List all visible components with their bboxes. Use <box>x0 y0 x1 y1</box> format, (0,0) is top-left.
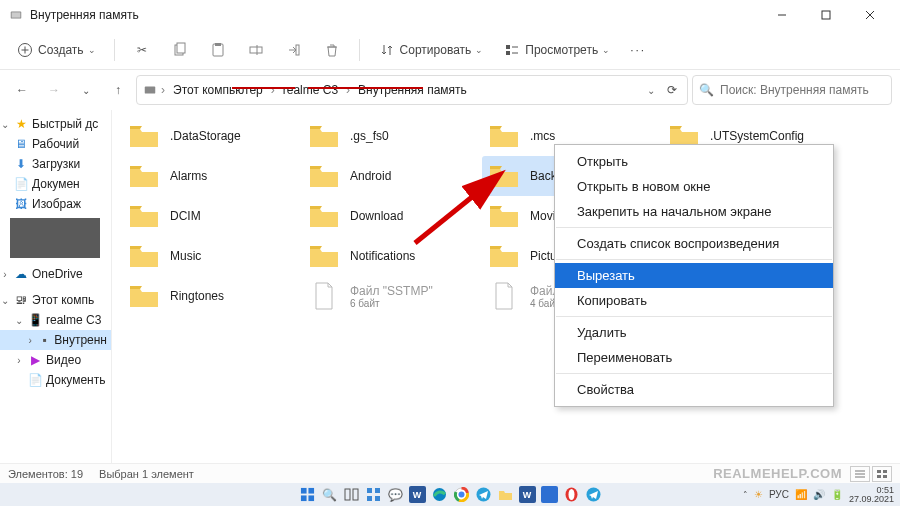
svg-rect-1 <box>12 12 21 17</box>
sidebar-item-downloads[interactable]: ⬇Загрузки <box>0 154 111 174</box>
details-view-button[interactable] <box>850 466 870 482</box>
cut-button[interactable]: ✂ <box>125 37 159 63</box>
refresh-icon[interactable]: ⟳ <box>663 83 681 97</box>
context-cut[interactable]: Вырезать <box>555 263 833 288</box>
back-button[interactable]: ← <box>8 76 36 104</box>
folder-item[interactable]: Ringtones <box>122 276 302 316</box>
maximize-button[interactable] <box>804 0 848 30</box>
watermark: REALMEHELP.COM <box>713 466 842 481</box>
sidebar-item-pictures[interactable]: 🖼Изображ <box>0 194 111 214</box>
volume-icon[interactable]: 🔊 <box>813 489 825 500</box>
video-icon: ▶ <box>28 353 42 367</box>
breadcrumb[interactable]: › Этот компьютер › realme C3 › Внутрення… <box>136 75 688 105</box>
task-view-icon[interactable] <box>343 486 360 503</box>
svg-rect-33 <box>345 489 350 500</box>
folder-item[interactable]: .gs_fs0 <box>302 116 482 156</box>
sidebar-label: Быстрый дс <box>32 117 98 131</box>
folder-item[interactable]: Music <box>122 236 302 276</box>
share-button[interactable] <box>277 37 311 63</box>
star-icon: ★ <box>14 117 28 131</box>
app-icon[interactable] <box>541 486 558 503</box>
thumbnail-preview <box>10 218 100 258</box>
search-box[interactable]: 🔍 <box>692 75 892 105</box>
tray-icon[interactable]: ☀ <box>754 489 763 500</box>
paste-button[interactable] <box>201 37 235 63</box>
item-count-label: Элементов: <box>8 468 68 480</box>
svg-rect-30 <box>308 488 314 494</box>
svg-rect-38 <box>375 496 380 501</box>
context-rename[interactable]: Переименовать <box>555 345 833 370</box>
svg-rect-34 <box>353 489 358 500</box>
chevron-right-icon: › <box>269 83 277 97</box>
trash-icon <box>323 41 341 59</box>
folder-item[interactable]: .DataStorage <box>122 116 302 156</box>
chevron-up-icon[interactable]: ˄ <box>743 490 748 500</box>
view-button[interactable]: Просмотреть ⌄ <box>495 37 618 63</box>
folder-item[interactable]: Download <box>302 196 482 236</box>
chrome-icon[interactable] <box>453 486 470 503</box>
sidebar-item-videos[interactable]: ›▶Видео <box>0 350 111 370</box>
folder-item[interactable]: DCIM <box>122 196 302 236</box>
chat-icon[interactable]: 💬 <box>387 486 404 503</box>
sidebar-item-documents[interactable]: 📄Докумен <box>0 174 111 194</box>
breadcrumb-segment[interactable]: realme C3 <box>279 81 342 99</box>
sidebar-item-documents2[interactable]: 📄Документь <box>0 370 111 390</box>
share-icon <box>285 41 303 59</box>
delete-button[interactable] <box>315 37 349 63</box>
explorer-icon[interactable] <box>497 486 514 503</box>
search-input[interactable] <box>720 83 885 97</box>
sidebar-item-internal-storage[interactable]: ›▪Внутренн <box>0 330 111 350</box>
sidebar-item-quick-access[interactable]: ⌄★Быстрый дс <box>0 114 111 134</box>
telegram-icon[interactable] <box>475 486 492 503</box>
sidebar-item-realme[interactable]: ⌄📱realme C3 <box>0 310 111 330</box>
widgets-icon[interactable] <box>365 486 382 503</box>
chevron-down-icon[interactable]: ⌄ <box>641 85 661 96</box>
context-create-playlist[interactable]: Создать список воспроизведения <box>555 231 833 256</box>
sidebar-item-desktop[interactable]: 🖥Рабочий <box>0 134 111 154</box>
thumbnail-view-button[interactable] <box>872 466 892 482</box>
scissors-icon: ✂ <box>133 41 151 59</box>
minimize-button[interactable] <box>760 0 804 30</box>
context-pin-to-start[interactable]: Закрепить на начальном экране <box>555 199 833 224</box>
context-open[interactable]: Открыть <box>555 149 833 174</box>
up-button[interactable]: ↑ <box>104 76 132 104</box>
new-button[interactable]: Создать ⌄ <box>8 37 104 63</box>
language-indicator[interactable]: РУС <box>769 489 789 500</box>
context-open-new-window[interactable]: Открыть в новом окне <box>555 174 833 199</box>
chevron-down-icon: ⌄ <box>475 45 483 55</box>
sort-button[interactable]: Сортировать ⌄ <box>370 37 492 63</box>
copy-icon <box>171 41 189 59</box>
chevron-down-icon[interactable]: ⌄ <box>72 76 100 104</box>
folder-item[interactable]: Android <box>302 156 482 196</box>
folder-item[interactable]: Alarms <box>122 156 302 196</box>
svg-rect-36 <box>375 488 380 493</box>
more-button[interactable]: ··· <box>622 39 654 61</box>
rename-button[interactable] <box>239 37 273 63</box>
system-tray[interactable]: ˄ ☀ РУС 📶 🔊 🔋 0:51 27.09.2021 <box>743 483 894 506</box>
opera-icon[interactable] <box>563 486 580 503</box>
search-icon[interactable]: 🔍 <box>321 486 338 503</box>
start-button[interactable] <box>299 486 316 503</box>
breadcrumb-segment[interactable]: Внутренняя память <box>354 81 471 99</box>
word-icon[interactable]: W <box>519 486 536 503</box>
file-item[interactable]: Файл "SSTMP"6 байт <box>302 276 482 316</box>
sidebar-item-onedrive[interactable]: ›☁OneDrive <box>0 264 111 284</box>
folder-item[interactable]: Notifications <box>302 236 482 276</box>
word-icon[interactable]: W <box>409 486 426 503</box>
wifi-icon[interactable]: 📶 <box>795 489 807 500</box>
telegram-icon[interactable] <box>585 486 602 503</box>
sidebar-item-this-pc[interactable]: ⌄🖳Этот компь <box>0 290 111 310</box>
clock[interactable]: 0:51 27.09.2021 <box>849 486 894 504</box>
context-copy[interactable]: Копировать <box>555 288 833 313</box>
context-properties[interactable]: Свойства <box>555 377 833 402</box>
battery-icon[interactable]: 🔋 <box>831 489 843 500</box>
close-button[interactable] <box>848 0 892 30</box>
context-delete[interactable]: Удалить <box>555 320 833 345</box>
edge-icon[interactable] <box>431 486 448 503</box>
folder-icon <box>486 121 522 151</box>
forward-button[interactable]: → <box>40 76 68 104</box>
copy-button[interactable] <box>163 37 197 63</box>
window-title: Внутренняя память <box>30 8 760 22</box>
toolbar: Создать ⌄ ✂ Сортировать ⌄ Просмотреть ⌄ … <box>0 30 900 70</box>
breadcrumb-segment[interactable]: Этот компьютер <box>169 81 267 99</box>
